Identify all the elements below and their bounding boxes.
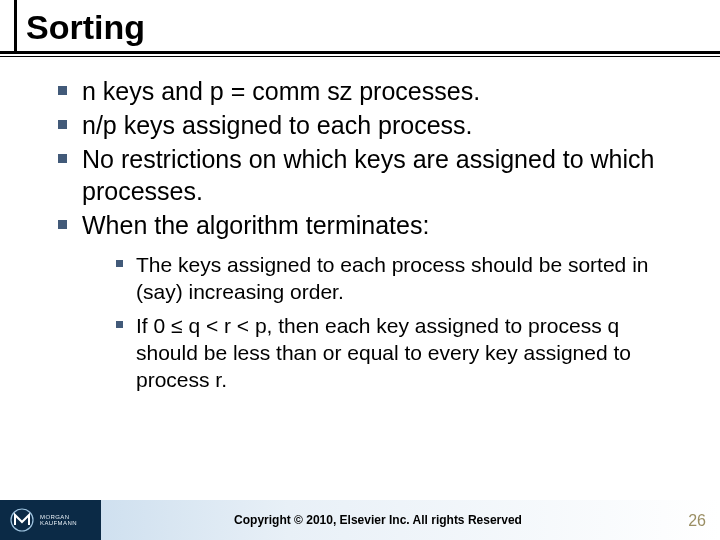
title-left-rule xyxy=(14,0,17,52)
list-item: If 0 ≤ q < r < p, then each key assigned… xyxy=(116,312,680,394)
mk-logo-icon xyxy=(10,508,34,532)
copyright-text: Copyright © 2010, Elsevier Inc. All righ… xyxy=(96,513,720,527)
slide-title: Sorting xyxy=(26,8,720,51)
list-item: The keys assigned to each process should… xyxy=(116,251,680,306)
publisher-logo-text: MORGAN KAUFMANN xyxy=(40,514,96,526)
sub-bullet-list: The keys assigned to each process should… xyxy=(116,251,680,393)
page-number: 26 xyxy=(688,512,706,530)
slide-content: n keys and p = comm sz processes. n/p ke… xyxy=(0,57,720,393)
list-item: n/p keys assigned to each process. xyxy=(58,109,680,141)
list-item: When the algorithm terminates: The keys … xyxy=(58,209,680,393)
list-item: No restrictions on which keys are assign… xyxy=(58,143,680,207)
list-item: n keys and p = comm sz processes. xyxy=(58,75,680,107)
bullet-list: n keys and p = comm sz processes. n/p ke… xyxy=(58,75,680,393)
title-block: Sorting xyxy=(0,0,720,51)
rule-thick xyxy=(0,51,720,54)
publisher-logo: MORGAN KAUFMANN xyxy=(0,508,96,532)
list-item-label: When the algorithm terminates: xyxy=(82,211,429,239)
footer-bar: MORGAN KAUFMANN Copyright © 2010, Elsevi… xyxy=(0,500,720,540)
